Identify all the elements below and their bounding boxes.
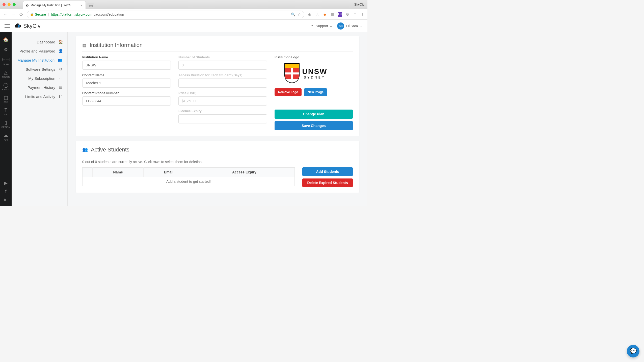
rail-beam[interactable]: ⊢⊣BEAM (0, 56, 12, 67)
browser-tab-active[interactable]: ◐ Manage My Institution | SkyCi × (23, 1, 86, 9)
add-students-button[interactable]: Add Students (302, 167, 353, 176)
nav-label: Manage My Institution (17, 58, 55, 62)
card-title: ▦ Institution Information (82, 42, 353, 52)
linkedin-icon[interactable]: in (4, 197, 8, 202)
contact-name-input[interactable] (82, 79, 171, 88)
new-tab-button[interactable]: ▭ (87, 3, 94, 8)
field-label: Licence Expiry (178, 109, 267, 113)
forward-button[interactable]: → (11, 12, 16, 17)
logo-text-main: UNSW (302, 67, 327, 76)
rail-label: SHAFT (2, 88, 10, 91)
settings-nav: Dashboard🏠 Profile and Password👤 Manage … (12, 32, 68, 206)
new-image-button[interactable]: New Image (304, 88, 327, 96)
minimize-window-button[interactable] (8, 3, 11, 6)
bookmark-star-icon[interactable]: ☆ (298, 12, 301, 16)
users-icon: 👥 (82, 147, 88, 152)
nav-label: Dashboard (37, 40, 55, 44)
empty-message: Add a student to get started! (83, 177, 295, 186)
rail-sb[interactable]: TSB (0, 106, 12, 117)
nav-label: Profile and Password (19, 49, 55, 53)
nav-payment-history[interactable]: Payment History▤ (12, 83, 67, 92)
reload-button[interactable]: ⟳ (19, 12, 24, 17)
secure-indicator: 🔒Secure (30, 12, 46, 16)
gear-icon: ⚙ (58, 67, 63, 71)
remove-logo-button[interactable]: Remove Logo (275, 88, 302, 96)
extension-icon[interactable]: ◉ (307, 12, 312, 17)
zoom-icon[interactable]: 🔍 (291, 12, 295, 16)
num-students-input (178, 61, 267, 70)
rail-label: S3D (4, 101, 8, 104)
field-label: Institution Name (82, 55, 171, 59)
truss-icon: △ (4, 70, 8, 75)
section-title-text: Institution Information (90, 42, 143, 48)
users-icon: 👥 (58, 58, 62, 62)
extension-icons: ◉ △ ◆ ▦ LH G ◻ ⋮ (307, 12, 365, 17)
chrome-menu-icon[interactable]: ⋮ (360, 12, 365, 17)
extension-icon[interactable]: ◻ (353, 12, 357, 17)
home-icon: 🏠 (58, 40, 63, 44)
browser-tab-strip: ◐ Manage My Institution | SkyCi × ▭ (23, 1, 94, 9)
change-plan-button[interactable]: Change Plan (275, 110, 353, 119)
cloud-icon: ☁ (4, 133, 8, 138)
youtube-icon[interactable]: ▶ (4, 180, 8, 186)
extension-icon[interactable]: G (345, 12, 350, 17)
rail-label: TRUSS (2, 76, 10, 78)
field-label: Number of Students (178, 55, 267, 59)
facebook-icon[interactable]: f (5, 189, 6, 194)
field-phone: Contact Phone Number (82, 91, 171, 106)
extension-icon[interactable]: △ (315, 12, 319, 17)
students-subtext: 0 out of 0 students are currently active… (82, 160, 353, 164)
nav-manage-institution[interactable]: Manage My Institution👥 (12, 56, 67, 65)
support-dropdown[interactable]: ?⃝ Support ⌄ (311, 24, 333, 28)
save-changes-button[interactable]: Save Changes (275, 121, 353, 130)
rail-shaft[interactable]: ◯SHAFT (0, 81, 12, 92)
unsw-crest-icon (284, 63, 300, 83)
price-input (178, 96, 267, 106)
traffic-lights (3, 3, 16, 6)
expiry-input (178, 114, 267, 123)
nav-subscription[interactable]: My Subscription▭ (12, 74, 67, 83)
extension-icon[interactable]: ◆ (323, 12, 327, 17)
rail-design[interactable]: ▯DESIGN (0, 118, 12, 130)
nav-label: Software Settings (25, 67, 55, 71)
institution-logo-preview: UNSW SYDNEY (275, 61, 337, 86)
field-label: Access Duration for Each Student (Days) (178, 73, 267, 77)
chart-icon: ▮▯ (58, 94, 63, 99)
delete-expired-button[interactable]: Delete Expired Students (302, 178, 353, 187)
duration-input (178, 79, 267, 88)
nav-limits[interactable]: Limits and Activity▮▯ (12, 92, 67, 101)
beam-icon: ⊢⊣ (2, 57, 10, 63)
close-tab-icon[interactable]: × (80, 3, 83, 7)
back-button[interactable]: ← (3, 12, 8, 17)
rail-s3d[interactable]: ⬚S3D (0, 93, 12, 105)
support-label: Support (316, 24, 328, 28)
url-host: https://platform.skyciv.com (51, 12, 92, 16)
hamburger-menu-button[interactable] (5, 24, 10, 28)
extension-icon[interactable]: LH (338, 12, 342, 17)
institution-card: ▦ Institution Information Institution Na… (76, 36, 359, 136)
nav-software-settings[interactable]: Software Settings⚙ (12, 65, 67, 74)
institution-name-input[interactable] (82, 61, 171, 70)
rail-settings[interactable]: ⚙ (0, 45, 12, 55)
field-label: Contact Phone Number (82, 91, 171, 95)
table-header-name: Name (93, 168, 144, 177)
user-menu[interactable]: SC Hi Sam ⌄ (337, 22, 363, 30)
address-bar[interactable]: 🔒Secure | https://platform.skyciv.com/ac… (27, 11, 304, 18)
phone-input[interactable] (82, 96, 171, 106)
logo-text: SkyCiv (23, 23, 40, 29)
close-window-button[interactable] (3, 3, 6, 6)
nav-profile[interactable]: Profile and Password👤 (12, 46, 67, 56)
rail-home[interactable]: 🏠 (0, 35, 12, 44)
maximize-window-button[interactable] (13, 3, 16, 6)
nav-dashboard[interactable]: Dashboard🏠 (12, 37, 67, 46)
rail-truss[interactable]: △TRUSS (0, 68, 12, 80)
students-table: Name Email Access Expiry Add a student t… (82, 167, 295, 186)
rail-api[interactable]: ☁API (0, 131, 12, 143)
text-icon: T (5, 108, 7, 113)
app-logo[interactable]: SkyCiv (14, 23, 40, 29)
field-institution-name: Institution Name (82, 55, 171, 70)
field-price: Price (USD) (178, 91, 267, 106)
extension-icon[interactable]: ▦ (330, 12, 335, 17)
greeting-text: Hi Sam (346, 24, 358, 28)
window-app-name: SkyCiv (354, 3, 364, 6)
